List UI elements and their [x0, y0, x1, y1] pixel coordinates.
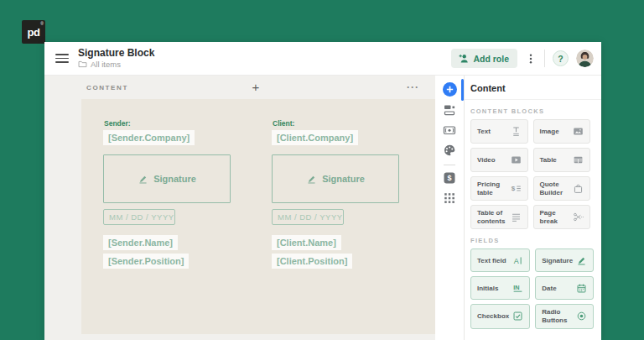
fields-section-label: FIELDS [470, 237, 590, 244]
tile-page-break[interactable]: Page break [533, 205, 591, 229]
section-menu-button[interactable]: ··· [402, 76, 424, 99]
add-block-button[interactable]: + [247, 76, 265, 99]
initials-icon [512, 283, 523, 294]
main-area: CONTENT + ··· Sender: [Sender.Company] S… [44, 76, 601, 340]
app-header: Signature Block All items Add role ? [44, 42, 601, 76]
title-block: Signature Block All items [78, 48, 154, 69]
client-date-field[interactable]: MM / DD / YYYY [272, 209, 344, 225]
quote-builder-icon [573, 183, 584, 194]
tile-video[interactable]: Video [470, 148, 528, 172]
page-break-icon [573, 212, 584, 222]
add-role-label: Add role [473, 54, 509, 64]
tile-label: Date [542, 285, 573, 293]
client-label: Client: [273, 119, 294, 128]
sender-name-variable[interactable]: [Sender.Name] [103, 235, 178, 250]
tile-label: Text [477, 128, 507, 136]
tile-label: Signature [542, 257, 573, 265]
document-page: Sender: [Sender.Company] Signature MM / … [81, 99, 435, 334]
tile-date[interactable]: Date [535, 276, 594, 300]
tile-label: Table of contents [477, 209, 507, 225]
blocks-icon [443, 103, 456, 117]
apps-grid-icon [443, 191, 456, 205]
brand-logo-text: pd [28, 26, 40, 39]
text-icon [511, 126, 522, 137]
table-of-contents-icon [511, 212, 522, 222]
sender-signature-field[interactable]: Signature [103, 154, 231, 203]
app-window: Signature Block All items Add role ? [44, 42, 601, 340]
avatar-image [576, 50, 594, 67]
registered-mark: ® [40, 21, 44, 26]
more-options-icon[interactable] [525, 52, 537, 65]
tile-label: Radio Buttons [542, 308, 573, 324]
date-icon [576, 283, 587, 294]
sender-position-variable[interactable]: [Sender.Position] [103, 254, 189, 269]
image-icon [573, 126, 584, 137]
sender-company-variable[interactable]: [Sender.Company] [103, 130, 195, 145]
header-actions: Add role ? [451, 49, 601, 68]
tile-label: Table [540, 156, 570, 165]
sidebar-rail [435, 76, 464, 340]
content-blocks-grid: Text Image Video Table [470, 119, 590, 229]
tile-initials[interactable]: Initials [470, 276, 530, 300]
fields-grid: Text field Signature Initials Date [470, 248, 590, 328]
rail-item-pricing-catalog[interactable] [443, 170, 457, 185]
client-position-variable[interactable]: [Client.Position] [272, 254, 352, 269]
active-tab-indicator [461, 79, 464, 101]
tile-quote-builder[interactable]: Quote Builder [533, 176, 591, 201]
tile-label: Text field [477, 257, 509, 265]
page-title: Signature Block [78, 48, 154, 59]
header-divider [544, 50, 545, 67]
tile-label: Video [477, 156, 507, 165]
brand-logo[interactable]: pd ® [22, 20, 45, 44]
tile-text-field[interactable]: Text field [470, 248, 530, 272]
tile-table[interactable]: Table [533, 148, 591, 172]
text-field-icon [512, 255, 523, 266]
rail-divider [444, 165, 455, 165]
breadcrumb[interactable]: All items [78, 60, 154, 69]
rail-item-saved-blocks[interactable] [443, 102, 457, 117]
table-icon [573, 154, 584, 165]
tile-signature[interactable]: Signature [535, 248, 594, 272]
video-icon [511, 154, 522, 165]
content-blocks-section-label: CONTENT BLOCKS [470, 107, 590, 115]
signature-field-label: Signature [322, 174, 365, 184]
breadcrumb-label: All items [91, 60, 121, 69]
rail-item-apps[interactable] [443, 191, 457, 205]
panel-title: Content [465, 76, 601, 100]
avatar[interactable] [576, 50, 594, 67]
tile-text[interactable]: Text [470, 119, 528, 144]
content-section-bar: CONTENT + ··· [44, 76, 435, 99]
help-button[interactable]: ? [553, 50, 569, 66]
folder-icon [78, 60, 87, 69]
signature-icon [576, 255, 587, 266]
rail-item-design[interactable] [443, 143, 457, 157]
rail-item-variables[interactable] [443, 123, 457, 137]
signature-field-label: Signature [153, 174, 196, 184]
client-name-variable[interactable]: [Client.Name] [272, 235, 341, 250]
palette-icon [443, 144, 456, 157]
client-signature-field[interactable]: Signature [272, 154, 399, 203]
tile-label: Checkbox [477, 312, 509, 321]
person-add-icon [458, 53, 469, 64]
pricing-table-icon [511, 183, 522, 194]
add-role-button[interactable]: Add role [451, 49, 517, 68]
menu-hamburger-icon[interactable] [55, 54, 69, 63]
banknote-icon [443, 123, 456, 137]
plus-circle-icon [443, 82, 457, 97]
tile-label: Initials [477, 285, 509, 293]
content-panel: Content CONTENT BLOCKS Text Image Video [464, 76, 601, 340]
dollar-icon [443, 171, 456, 185]
tile-pricing-table[interactable]: Pricing table [470, 176, 528, 201]
sender-date-field[interactable]: MM / DD / YYYY [103, 209, 175, 225]
tile-label: Quote Builder [540, 180, 570, 196]
screen: pd ® Signature Block All items Add role … [0, 0, 644, 340]
tile-label: Image [540, 128, 570, 136]
client-company-variable[interactable]: [Client.Company] [272, 130, 358, 145]
editor-canvas: CONTENT + ··· Sender: [Sender.Company] S… [44, 76, 435, 340]
tile-radio-buttons[interactable]: Radio Buttons [535, 304, 594, 328]
rail-item-add-content[interactable] [443, 82, 457, 97]
signature-pen-icon [138, 174, 148, 185]
tile-checkbox[interactable]: Checkbox [470, 304, 530, 328]
tile-table-of-contents[interactable]: Table of contents [470, 205, 528, 229]
tile-image[interactable]: Image [533, 119, 591, 144]
